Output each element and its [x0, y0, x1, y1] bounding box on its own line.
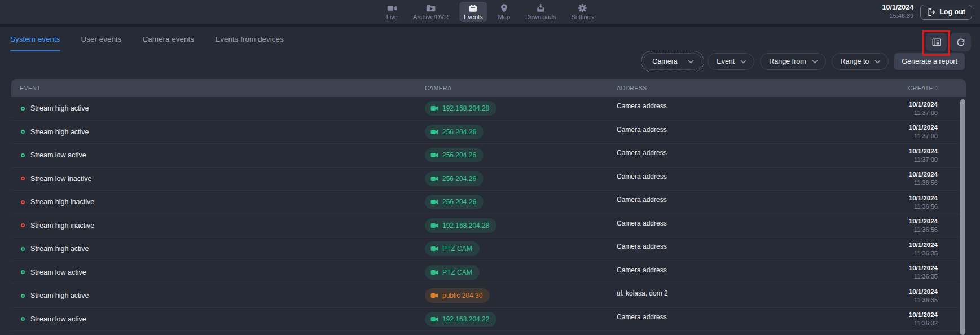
created-time: 11:36:56: [869, 179, 938, 187]
event-name: Stream high inactive: [30, 198, 94, 206]
table-row[interactable]: Stream high activepublic 204.30ul. kolas…: [11, 284, 966, 308]
logout-label: Log out: [939, 8, 965, 16]
status-active-icon: [21, 247, 25, 251]
nav-item-label: Downloads: [525, 14, 556, 21]
report-view-button[interactable]: [926, 33, 947, 51]
event-name: Stream high active: [30, 292, 89, 299]
table-row[interactable]: Stream low active256 204.26Camera addres…: [11, 144, 966, 168]
system-events-table: EVENTCAMERAADDRESSCREATED Stream high ac…: [11, 79, 966, 331]
camera-badge-icon: [430, 105, 438, 111]
created-date: 10/1/2024: [869, 217, 938, 226]
vertical-scrollbar[interactable]: [960, 99, 965, 335]
event-name: Stream low active: [30, 151, 86, 159]
tab-camera-events[interactable]: Camera events: [143, 33, 195, 46]
table-row[interactable]: Stream high inactive192.168.204.28Camera…: [11, 214, 966, 238]
logout-button[interactable]: Log out: [920, 5, 972, 20]
address-cell: Camera address: [617, 196, 869, 204]
camera-badge[interactable]: 256 204.26: [425, 171, 484, 186]
camera-cell: 256 204.26: [425, 148, 617, 162]
refresh-button[interactable]: [950, 33, 971, 51]
tab-system-events[interactable]: System events: [10, 33, 60, 46]
nav-item-events[interactable]: Events: [459, 2, 487, 22]
nav-item-downloads[interactable]: Downloads: [521, 2, 560, 22]
status-active-icon: [21, 107, 25, 111]
created-cell: 10/1/202411:36:56: [869, 194, 966, 210]
created-cell: 10/1/202411:37:00: [869, 100, 966, 117]
status-active-icon: [21, 130, 25, 134]
camera-dropdown[interactable]: Camera: [643, 53, 702, 70]
camera-name: 192.168.204.22: [442, 315, 489, 323]
camera-badge[interactable]: 192.168.204.28: [425, 218, 496, 233]
dropdown-label: Event: [717, 58, 735, 65]
created-date: 10/1/2024: [869, 124, 938, 132]
created-cell: 10/1/202411:36:35: [869, 241, 966, 257]
camera-name: public 204.30: [442, 292, 482, 299]
camera-badge[interactable]: 256 204.26: [425, 148, 484, 162]
table-toolbar: [926, 33, 971, 51]
downloads-icon: [535, 3, 546, 13]
events-calendar-icon: [468, 3, 478, 13]
tab-user-events[interactable]: User events: [81, 33, 122, 46]
column-header-address: ADDRESS: [617, 85, 869, 91]
table-row[interactable]: Stream low activePTZ CAMCamera address10…: [11, 261, 966, 285]
range-to-dropdown[interactable]: Range to: [832, 53, 889, 70]
nav-item-settings[interactable]: Settings: [566, 2, 598, 22]
event-name: Stream low inactive: [30, 175, 91, 183]
camera-badge[interactable]: public 204.30: [425, 288, 490, 303]
created-date: 10/1/2024: [869, 147, 938, 156]
table-row[interactable]: Stream high active256 204.26Camera addre…: [11, 121, 966, 144]
event-cell: Stream low active: [11, 151, 425, 159]
created-cell: 10/1/202411:36:35: [869, 264, 966, 280]
camera-badge-icon: [430, 293, 438, 298]
event-cell: Stream high active: [11, 292, 425, 299]
chevron-down-icon: [688, 60, 694, 64]
camera-badge[interactable]: 192.168.204.28: [425, 101, 496, 116]
address-cell: Camera address: [617, 266, 869, 274]
server-datetime: 10/1/2024 15:46:39: [882, 3, 914, 20]
camera-name: 256 204.26: [442, 151, 476, 159]
camera-name: 256 204.26: [442, 175, 476, 183]
camera-badge-icon: [430, 270, 438, 275]
camera-name: PTZ CAM: [442, 268, 472, 276]
camera-badge[interactable]: 256 204.26: [425, 125, 484, 139]
table-row[interactable]: Stream high inactive256 204.26Camera add…: [11, 191, 966, 214]
camera-name: PTZ CAM: [442, 245, 472, 253]
column-header-camera: CAMERA: [425, 85, 617, 91]
camera-badge[interactable]: PTZ CAM: [425, 265, 480, 280]
current-date: 10/1/2024: [882, 3, 914, 12]
camera-badge-icon: [430, 246, 438, 252]
nav-item-live[interactable]: Live: [382, 2, 402, 22]
table-body: Stream high active192.168.204.28Camera a…: [11, 97, 966, 331]
status-active-icon: [21, 317, 25, 321]
chevron-down-icon: [812, 60, 818, 64]
created-time: 11:37:00: [869, 156, 938, 164]
camera-cell: 256 204.26: [425, 171, 617, 186]
camera-cell: 192.168.204.28: [425, 218, 617, 233]
event-name: Stream high active: [30, 245, 89, 253]
camera-badge[interactable]: 192.168.204.22: [425, 312, 496, 327]
range-from-dropdown[interactable]: Range from: [760, 53, 825, 70]
address-cell: Camera address: [617, 313, 869, 321]
status-inactive-icon: [21, 177, 25, 180]
generate-report-button[interactable]: Generate a report: [894, 53, 965, 70]
camera-badge[interactable]: 256 204.26: [425, 195, 484, 209]
tab-events-from-devices[interactable]: Events from devices: [215, 33, 284, 46]
nav-item-archive-dvr[interactable]: Archive/DVR: [408, 2, 453, 22]
nav-item-label: Live: [386, 14, 398, 21]
events-tabs: System eventsUser eventsCamera eventsEve…: [10, 33, 284, 46]
table-row[interactable]: Stream high activePTZ CAMCamera address1…: [11, 237, 966, 261]
status-inactive-icon: [21, 200, 25, 204]
status-active-icon: [21, 153, 25, 157]
dropdown-label: Camera: [652, 58, 677, 65]
table-row[interactable]: Stream low active192.168.204.22Camera ad…: [11, 308, 966, 332]
table-header: EVENTCAMERAADDRESSCREATED: [11, 79, 966, 97]
event-dropdown[interactable]: Event: [707, 53, 754, 70]
address-cell: Camera address: [617, 243, 869, 250]
camera-badge-icon: [430, 129, 438, 135]
address-cell: Camera address: [617, 102, 869, 110]
main-nav: LiveArchive/DVREventsMapDownloadsSetting…: [382, 0, 598, 24]
camera-badge[interactable]: PTZ CAM: [425, 241, 480, 256]
nav-item-map[interactable]: Map: [494, 2, 515, 22]
table-row[interactable]: Stream high active192.168.204.28Camera a…: [11, 97, 966, 121]
table-row[interactable]: Stream low inactive256 204.26Camera addr…: [11, 168, 966, 191]
